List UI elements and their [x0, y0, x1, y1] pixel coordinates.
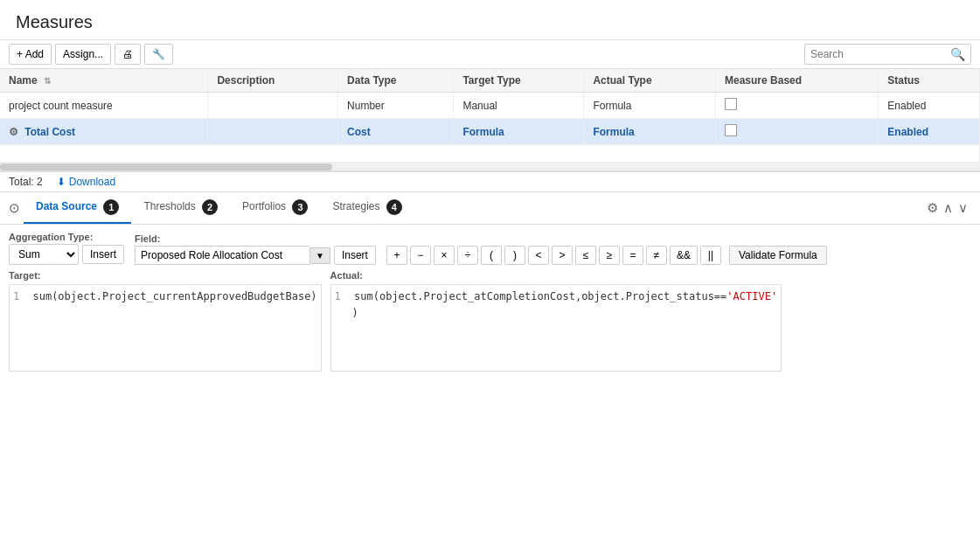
total-label: Total: 2 — [9, 176, 43, 188]
tab-strategies[interactable]: Strategies 4 — [320, 192, 414, 224]
tab-thresholds[interactable]: Thresholds 2 — [131, 192, 230, 224]
printer-icon: 🖨 — [122, 48, 133, 60]
cell-status: Enabled — [879, 93, 980, 119]
col-data-type: Data Type — [338, 69, 454, 93]
col-status: Status — [879, 69, 980, 93]
tab-data-source[interactable]: Data Source 1 — [24, 192, 131, 224]
col-actual-type: Actual Type — [584, 69, 716, 93]
add-button[interactable]: + Add — [9, 44, 52, 65]
search-icon: 🔍 — [950, 47, 965, 61]
field-input[interactable] — [135, 246, 309, 265]
table-row-empty — [0, 145, 980, 163]
actual-section: Actual: 1 sum(object.Project_atCompletio… — [330, 270, 782, 372]
validate-formula-button[interactable]: Validate Formula — [729, 246, 827, 265]
op-open-paren[interactable]: ( — [481, 246, 502, 265]
chevron-up-icon[interactable]: ∧ — [943, 200, 953, 216]
table-container: Name ⇅ Description Data Type Target Type… — [0, 69, 980, 163]
measures-table: Name ⇅ Description Data Type Target Type… — [0, 69, 980, 163]
col-name: Name ⇅ — [0, 69, 208, 93]
op-and[interactable]: && — [670, 246, 698, 265]
assign-button[interactable]: Assign... — [55, 44, 111, 65]
scrollbar-area[interactable] — [0, 163, 980, 171]
assign-label: Assign... — [63, 48, 103, 60]
op-lte[interactable]: ≤ — [575, 246, 596, 265]
page-title: Measures — [0, 0, 980, 39]
cell-name: ⚙ Total Cost — [0, 119, 208, 145]
op-multiply[interactable]: × — [434, 246, 455, 265]
target-code: sum(object.Project_currentApprovedBudget… — [32, 290, 316, 302]
expand-icon[interactable]: ⊙ — [9, 200, 20, 216]
field-label: Field: — [135, 233, 376, 244]
search-box: 🔍 — [804, 44, 971, 65]
op-plus[interactable]: + — [386, 246, 407, 265]
tab-portfolios[interactable]: Portfolios 3 — [230, 192, 320, 224]
bottom-panel: Aggregation Type: Sum Average Count Max … — [0, 225, 980, 379]
cell-data-type: Cost — [338, 119, 454, 145]
tabs-icons: ⚙ ∧ ∨ — [923, 197, 971, 219]
cell-measure-based — [716, 93, 879, 119]
col-target-type: Target Type — [454, 69, 584, 93]
field-insert-button[interactable]: Insert — [334, 246, 376, 265]
wrench-icon: 🔧 — [152, 48, 165, 60]
badge-3: 3 — [292, 199, 308, 215]
formula-area: Target: 1 sum(object.Project_currentAppr… — [9, 270, 971, 372]
actual-line-num-1: 1 — [335, 290, 341, 302]
actual-line-1: 1 sum(object.Project_atCompletionCost,ob… — [335, 288, 778, 305]
sort-icon: ⇅ — [44, 76, 51, 86]
badge-2: 2 — [202, 199, 218, 215]
footer-bar: Total: 2 ⬇ Download — [0, 171, 980, 192]
target-label: Target: — [9, 270, 322, 281]
col-description: Description — [208, 69, 338, 93]
op-minus[interactable]: − — [410, 246, 431, 265]
actual-formula[interactable]: 1 sum(object.Project_atCompletionCost,ob… — [330, 284, 782, 372]
badge-1: 1 — [103, 199, 119, 215]
op-less[interactable]: < — [528, 246, 549, 265]
op-notequal[interactable]: ≠ — [646, 246, 667, 265]
form-row: Aggregation Type: Sum Average Count Max … — [9, 232, 971, 265]
actual-label: Actual: — [330, 270, 782, 281]
aggregation-group: Aggregation Type: Sum Average Count Max … — [9, 232, 124, 265]
table-row[interactable]: ⚙ Total Cost Cost Formula Formula Enable… — [0, 119, 980, 145]
operators-group: + − × ÷ ( ) < > ≤ ≥ = ≠ && || Validate F… — [386, 233, 827, 265]
tabs-bar: ⊙ Data Source 1 Thresholds 2 Portfolios … — [0, 192, 980, 225]
field-dropdown-button[interactable]: ▼ — [309, 247, 330, 264]
op-gte[interactable]: ≥ — [599, 246, 620, 265]
cell-measure-based — [716, 119, 879, 145]
op-greater[interactable]: > — [552, 246, 573, 265]
aggregation-label: Aggregation Type: — [9, 232, 124, 242]
download-link[interactable]: ⬇ Download — [57, 176, 115, 188]
cell-description — [208, 93, 338, 119]
line-num-1: 1 — [13, 290, 19, 302]
target-section: Target: 1 sum(object.Project_currentAppr… — [9, 270, 322, 372]
gear-icon: ⚙ — [9, 126, 18, 138]
field-group: Field: ▼ Insert — [135, 233, 376, 265]
actual-string-val: 'ACTIVE' — [726, 290, 777, 302]
aggregation-insert-button[interactable]: Insert — [82, 245, 124, 264]
actual-line-2: ) — [335, 305, 778, 322]
badge-4: 4 — [386, 199, 402, 215]
table-row[interactable]: project count measure Number Manual Form… — [0, 93, 980, 119]
cell-description — [208, 119, 338, 145]
op-divide[interactable]: ÷ — [457, 246, 478, 265]
op-close-paren[interactable]: ) — [504, 246, 525, 265]
actual-close: ) — [352, 307, 358, 319]
cell-actual-type: Formula — [584, 119, 716, 145]
op-equal[interactable]: = — [622, 246, 643, 265]
op-or[interactable]: || — [700, 246, 721, 265]
tools-button[interactable]: 🔧 — [144, 44, 173, 65]
search-input[interactable] — [810, 48, 950, 60]
scrollbar-thumb — [0, 163, 332, 170]
cell-actual-type: Formula — [584, 93, 716, 119]
chevron-down-icon[interactable]: ∨ — [958, 200, 968, 216]
cell-target-type: Manual — [454, 93, 584, 119]
target-line-1: 1 sum(object.Project_currentApprovedBudg… — [13, 288, 317, 305]
cell-name: project count measure — [0, 93, 208, 119]
aggregation-select[interactable]: Sum Average Count Max Min — [9, 244, 79, 265]
settings-icon[interactable]: ⚙ — [927, 200, 938, 216]
operators-row: + − × ÷ ( ) < > ≤ ≥ = ≠ && || Validate F… — [386, 246, 827, 265]
print-button[interactable]: 🖨 — [115, 44, 141, 65]
field-select-wrapper: ▼ — [135, 246, 330, 265]
cell-status: Enabled — [879, 119, 980, 145]
toolbar: + Add Assign... 🖨 🔧 🔍 — [0, 39, 980, 69]
target-formula[interactable]: 1 sum(object.Project_currentApprovedBudg… — [9, 284, 322, 372]
